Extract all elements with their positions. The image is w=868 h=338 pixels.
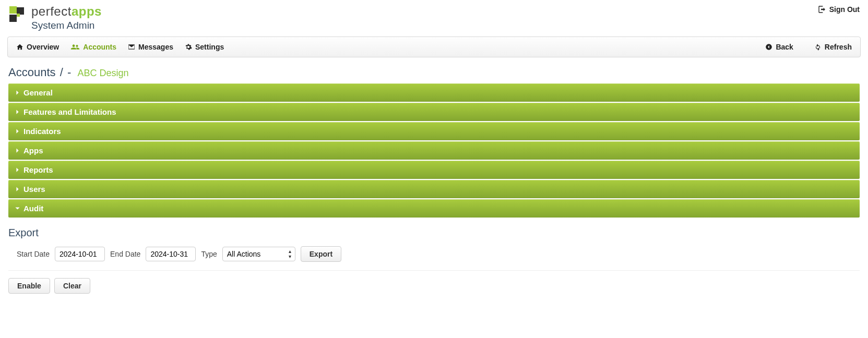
accordion-audit-label: Audit — [23, 204, 43, 213]
refresh-icon — [814, 43, 822, 51]
accordion-general[interactable]: General — [8, 83, 860, 102]
accordion-features-label: Features and Limitations — [23, 107, 116, 116]
accordion-general-label: General — [23, 88, 53, 97]
chevron-right-icon — [15, 90, 20, 95]
start-date-input[interactable] — [55, 247, 105, 261]
accordion-audit[interactable]: Audit — [8, 199, 860, 218]
accordion-apps-label: Apps — [23, 146, 43, 155]
nav-back-label: Back — [776, 43, 793, 51]
footer-buttons: Enable Clear — [0, 271, 868, 301]
enable-button[interactable]: Enable — [8, 278, 50, 294]
sign-out-icon — [818, 5, 826, 14]
brand-block: perfectapps System Admin — [8, 5, 102, 31]
accordion-reports-label: Reports — [23, 165, 53, 174]
accordion-users[interactable]: Users — [8, 180, 860, 198]
chevron-right-icon — [15, 148, 20, 153]
nav-messages-label: Messages — [138, 43, 173, 51]
brand-logo-icon — [8, 6, 26, 24]
end-date-label: End Date — [110, 250, 140, 258]
breadcrumb-dash: - — [67, 66, 71, 79]
nav-accounts[interactable]: Accounts — [66, 40, 121, 54]
brand-perfect: perfect — [31, 4, 72, 18]
accordion-indicators[interactable]: Indicators — [8, 122, 860, 140]
type-label: Type — [201, 250, 217, 258]
accordion-indicators-label: Indicators — [23, 127, 61, 136]
nav-back[interactable]: Back — [761, 40, 797, 54]
nav-messages[interactable]: Messages — [124, 40, 177, 54]
nav-refresh-label: Refresh — [825, 43, 852, 51]
back-icon — [765, 43, 772, 51]
clear-button[interactable]: Clear — [54, 278, 90, 294]
accordion-reports[interactable]: Reports — [8, 161, 860, 179]
sign-out-label: Sign Out — [829, 5, 860, 14]
end-date-input[interactable] — [146, 247, 196, 261]
brand-apps: apps — [72, 4, 102, 18]
accordion-features[interactable]: Features and Limitations — [8, 103, 860, 121]
nav-overview-label: Overview — [27, 43, 59, 51]
breadcrumb-current[interactable]: ABC Design — [77, 68, 128, 78]
chevron-right-icon — [15, 167, 20, 173]
nav-settings-label: Settings — [195, 43, 224, 51]
main-navbar: Overview Accounts Messages Settings Back… — [7, 37, 861, 57]
start-date-label: Start Date — [17, 250, 50, 258]
brand-subtitle: System Admin — [31, 20, 102, 31]
export-title: Export — [0, 219, 868, 241]
gear-icon — [185, 43, 192, 51]
home-icon — [16, 43, 23, 51]
nav-overview[interactable]: Overview — [12, 40, 63, 54]
nav-settings[interactable]: Settings — [181, 40, 228, 54]
envelope-icon — [128, 43, 135, 51]
accordion-apps[interactable]: Apps — [8, 141, 860, 160]
breadcrumb-sep: / — [59, 66, 64, 79]
chevron-right-icon — [15, 186, 20, 192]
accordion: General Features and Limitations Indicat… — [8, 83, 860, 218]
nav-refresh[interactable]: Refresh — [810, 40, 856, 54]
type-select[interactable] — [222, 247, 295, 261]
chevron-right-icon — [15, 109, 20, 115]
sign-out-button[interactable]: Sign Out — [818, 5, 860, 14]
breadcrumb-root: Accounts — [8, 66, 56, 79]
chevron-right-icon — [15, 128, 20, 134]
nav-accounts-label: Accounts — [83, 43, 116, 51]
export-form-row: Start Date End Date Type ▴▾ Export — [8, 241, 860, 271]
breadcrumb: Accounts / - ABC Design — [0, 57, 868, 83]
chevron-down-icon — [15, 206, 20, 211]
users-icon — [70, 43, 80, 51]
accordion-users-label: Users — [23, 185, 45, 194]
brand-name: perfectapps — [31, 5, 102, 18]
export-button[interactable]: Export — [301, 246, 341, 262]
